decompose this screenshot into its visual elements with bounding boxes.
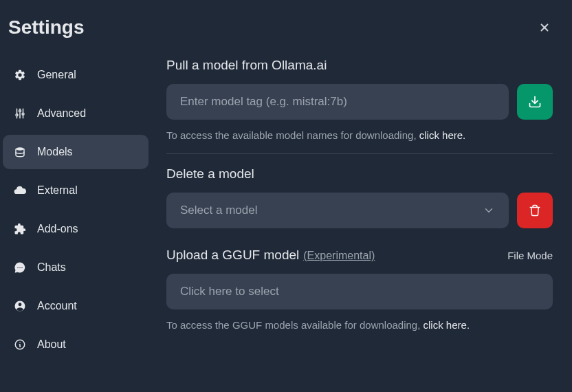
- svg-point-0: [16, 147, 24, 151]
- puzzle-icon: [12, 221, 28, 237]
- file-mode-toggle[interactable]: File Mode: [507, 250, 553, 261]
- delete-model-select[interactable]: Select a model: [166, 193, 509, 228]
- pull-helper-link[interactable]: click here.: [419, 129, 466, 141]
- sidebar-item-advanced[interactable]: Advanced: [3, 96, 148, 131]
- chat-icon: [12, 260, 28, 275]
- close-icon: [538, 21, 551, 34]
- pull-helper-text: To access the available model names for …: [166, 129, 553, 141]
- sidebar-item-about[interactable]: About: [3, 327, 148, 362]
- upload-drop-area[interactable]: Click here to select: [166, 274, 553, 309]
- trash-icon: [529, 204, 541, 217]
- page-title: Settings: [8, 17, 84, 39]
- main-panel: Pull a model from Ollama.ai To access th…: [154, 55, 572, 392]
- sidebar: General Advanced Models External Add-ons: [0, 55, 154, 392]
- upload-drop-label: Click here to select: [180, 285, 279, 298]
- sidebar-item-label: About: [37, 338, 66, 351]
- upload-helper-prefix: To access the GGUF models available for …: [166, 319, 424, 331]
- chevron-down-icon: [483, 204, 495, 217]
- model-tag-input[interactable]: [166, 84, 509, 120]
- sidebar-item-label: Advanced: [37, 107, 86, 120]
- sidebar-item-label: Account: [37, 300, 77, 312]
- divider: [166, 153, 553, 154]
- sidebar-item-label: External: [37, 184, 78, 197]
- sidebar-item-label: Add-ons: [37, 223, 78, 235]
- gear-icon: [12, 67, 28, 83]
- layers-icon: [12, 144, 28, 160]
- sidebar-item-label: Chats: [37, 261, 66, 274]
- delete-button[interactable]: [517, 193, 553, 228]
- sidebar-item-account[interactable]: Account: [3, 289, 148, 323]
- svg-point-2: [19, 303, 22, 306]
- pull-helper-prefix: To access the available model names for …: [166, 129, 419, 141]
- sidebar-item-addons[interactable]: Add-ons: [3, 212, 148, 246]
- download-button[interactable]: [517, 84, 553, 120]
- sidebar-item-general[interactable]: General: [3, 58, 148, 92]
- sidebar-item-label: Models: [37, 146, 73, 158]
- sidebar-item-label: General: [37, 69, 76, 81]
- upload-model-title: Upload a GGUF model: [166, 248, 299, 263]
- select-placeholder: Select a model: [180, 204, 257, 217]
- user-icon: [12, 298, 28, 314]
- pull-model-title: Pull a model from Ollama.ai: [166, 58, 553, 73]
- upload-helper-text: To access the GGUF models available for …: [166, 319, 553, 331]
- upload-helper-link[interactable]: click here.: [424, 319, 470, 331]
- info-icon: [12, 337, 28, 352]
- sidebar-item-models[interactable]: Models: [3, 135, 148, 169]
- sidebar-item-external[interactable]: External: [3, 173, 148, 208]
- close-button[interactable]: [534, 17, 556, 39]
- sidebar-item-chats[interactable]: Chats: [3, 250, 148, 285]
- cloud-icon: [12, 183, 28, 198]
- sliders-icon: [12, 106, 28, 121]
- experimental-link[interactable]: (Experimental): [303, 250, 375, 262]
- download-icon: [528, 95, 542, 109]
- delete-model-title: Delete a model: [166, 166, 553, 182]
